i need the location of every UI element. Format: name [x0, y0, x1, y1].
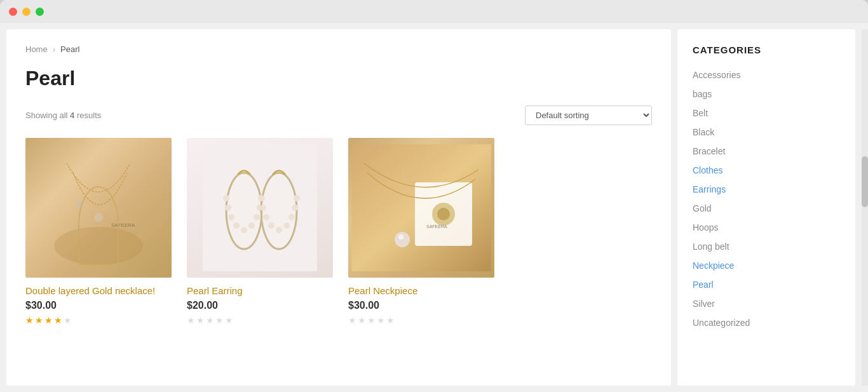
star-3-1: ★ [348, 315, 356, 325]
earring-svg [203, 144, 317, 271]
list-item: Uncategorized [693, 314, 840, 331]
category-list: Accessories bags Belt Black Bracelet Clo… [693, 67, 840, 331]
category-link-black[interactable]: Black [693, 127, 714, 137]
browser-content: Home › Pearl Pearl Showing all 4 results… [0, 23, 868, 392]
scrollbar-thumb[interactable] [862, 156, 868, 207]
list-item: Belt [693, 105, 840, 121]
list-item: Black [693, 124, 840, 140]
list-item: Long belt [693, 238, 840, 255]
list-item: Earrings [693, 181, 840, 198]
star-2-1: ★ [187, 315, 195, 325]
svg-point-30 [437, 208, 450, 220]
svg-point-13 [254, 214, 260, 220]
star-2-3: ★ [206, 315, 214, 325]
product-rating-2: ★ ★ ★ ★ ★ [187, 315, 333, 325]
necklace-svg: SAFEERA [41, 144, 156, 271]
maximize-button[interactable] [36, 8, 44, 16]
svg-point-25 [294, 195, 300, 201]
product-name-1: Double layered Gold necklace! [25, 285, 172, 296]
list-item: Pearl [693, 276, 840, 293]
category-link-belt[interactable]: Belt [693, 108, 708, 118]
svg-point-16 [261, 173, 297, 249]
list-item: bags [693, 86, 840, 102]
product-card-2[interactable]: Pearl Earring $20.00 ★ ★ ★ ★ ★ [187, 138, 333, 325]
star-1-3: ★ [44, 315, 53, 325]
svg-point-2 [94, 213, 103, 222]
svg-point-24 [292, 205, 298, 211]
breadcrumb-home[interactable]: Home [25, 44, 48, 54]
product-image-1: SAFEERA [25, 138, 172, 278]
product-rating-1: ★ ★ ★ ★ ★ [25, 315, 172, 325]
svg-point-32 [398, 234, 403, 240]
product-card-1[interactable]: SAFEERA Double layered Gold necklace! $3… [25, 138, 172, 325]
star-3-5: ★ [386, 315, 395, 325]
sort-select[interactable]: Default sorting Sort by popularity Sort … [525, 105, 652, 125]
product-price-3: $30.00 [348, 300, 494, 311]
star-2-5: ★ [225, 315, 233, 325]
svg-text:SAFEERA: SAFEERA [426, 224, 447, 229]
sidebar: CATEGORIES Accessories bags Belt Black B… [677, 29, 855, 386]
star-1-5: ★ [64, 315, 72, 325]
svg-point-10 [233, 222, 240, 229]
category-link-clothes[interactable]: Clothes [693, 165, 722, 175]
svg-point-11 [241, 227, 247, 233]
toolbar: Showing all 4 results Default sorting So… [25, 105, 652, 125]
svg-point-6 [226, 173, 262, 249]
list-item: Hoops [693, 219, 840, 236]
category-link-bags[interactable]: bags [693, 89, 712, 99]
svg-point-8 [225, 205, 231, 211]
list-item: Gold [693, 200, 840, 217]
svg-point-1 [54, 227, 143, 265]
category-link-hoops[interactable]: Hoops [693, 222, 718, 233]
category-link-accessories[interactable]: Accessories [693, 70, 740, 80]
page-title: Pearl [25, 67, 652, 90]
star-3-4: ★ [377, 315, 385, 325]
svg-point-3 [76, 201, 83, 208]
svg-point-7 [223, 195, 229, 201]
category-link-neckpiece[interactable]: Neckpiece [693, 260, 734, 271]
products-grid: SAFEERA Double layered Gold necklace! $3… [25, 138, 652, 325]
star-3-2: ★ [358, 315, 366, 325]
category-link-pearl[interactable]: Pearl [693, 280, 714, 290]
svg-point-23 [288, 214, 295, 220]
svg-point-20 [268, 222, 275, 229]
pearl-necklace-svg: SAFEERA [351, 144, 491, 271]
svg-point-12 [248, 222, 255, 229]
star-1-4: ★ [54, 315, 62, 325]
category-link-gold[interactable]: Gold [693, 203, 712, 213]
category-link-silver[interactable]: Silver [693, 299, 715, 309]
svg-point-17 [258, 195, 264, 201]
star-2-2: ★ [196, 315, 205, 325]
list-item: Accessories [693, 67, 840, 83]
svg-point-18 [260, 205, 266, 211]
category-link-earrings[interactable]: Earrings [693, 184, 726, 194]
breadcrumb-separator: › [53, 44, 55, 54]
list-item: Neckpiece [693, 257, 840, 274]
star-3-3: ★ [367, 315, 376, 325]
svg-point-22 [283, 222, 290, 229]
breadcrumb-current: Pearl [60, 44, 79, 54]
product-image-necklace: SAFEERA [25, 138, 172, 278]
svg-point-19 [263, 214, 269, 220]
close-button[interactable] [9, 8, 17, 16]
list-item: Clothes [693, 162, 840, 179]
scrollbar-track[interactable] [862, 29, 868, 386]
main-content: Home › Pearl Pearl Showing all 4 results… [6, 29, 671, 386]
breadcrumb: Home › Pearl [25, 44, 652, 54]
category-link-uncategorized[interactable]: Uncategorized [693, 318, 750, 328]
svg-point-21 [276, 227, 282, 233]
category-link-bracelet[interactable]: Bracelet [693, 146, 725, 156]
svg-point-31 [395, 232, 410, 247]
category-link-longbelt[interactable]: Long belt [693, 241, 729, 252]
product-card-3[interactable]: SAFEERA Pearl Neckpiece $30.00 ★ ★ ★ ★ ★ [348, 138, 494, 325]
product-image-earring [187, 138, 333, 278]
sidebar-title: CATEGORIES [693, 44, 840, 55]
list-item: Bracelet [693, 143, 840, 159]
star-1-2: ★ [35, 315, 43, 325]
product-price-1: $30.00 [25, 300, 172, 311]
product-name-2: Pearl Earring [187, 285, 333, 296]
product-name-3: Pearl Neckpiece [348, 285, 494, 296]
star-1-1: ★ [25, 315, 34, 325]
window-chrome [0, 0, 868, 23]
minimize-button[interactable] [22, 8, 31, 16]
